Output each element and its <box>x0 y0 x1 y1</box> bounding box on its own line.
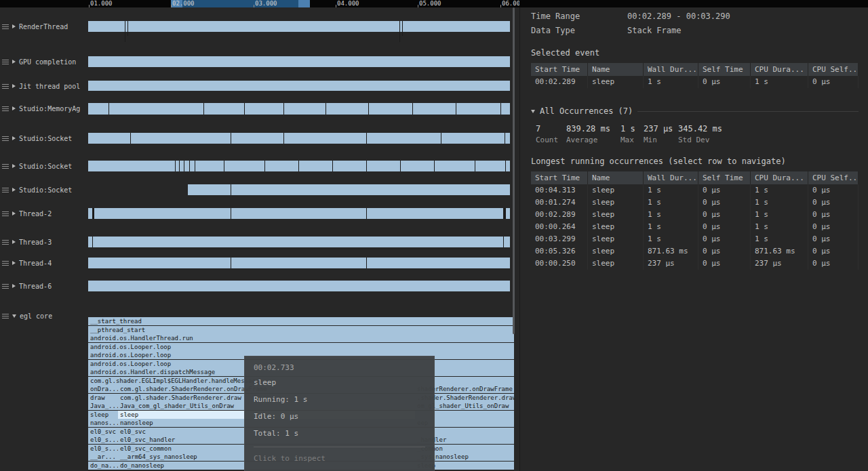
collapse-arrow-icon[interactable] <box>531 110 535 113</box>
flame-frame[interactable]: el0_svc <box>88 428 121 436</box>
flame-frame[interactable]: Java_... <box>88 402 121 410</box>
stat-label: Max <box>620 136 644 144</box>
expand-arrow-icon[interactable] <box>12 136 16 140</box>
event-mark <box>505 161 506 171</box>
thread-row-egl-core[interactable]: egl_core <box>0 310 89 321</box>
drag-handle-icon[interactable] <box>2 188 9 192</box>
flame-frame[interactable]: __ar... <box>88 453 121 461</box>
thread-row-studio-socket-3[interactable]: Studio:Socket <box>0 184 89 195</box>
expand-arrow-icon[interactable] <box>12 240 16 244</box>
track-renderthread[interactable] <box>88 21 510 32</box>
column-header-name[interactable]: Name <box>588 171 644 184</box>
event-mark <box>399 21 400 42</box>
cell-cpu-self: 0 µs <box>808 197 859 209</box>
track-thread-4[interactable] <box>88 258 510 268</box>
column-header-cpu-duration[interactable]: CPU Dura... <box>751 63 808 76</box>
column-header-cpu-duration[interactable]: CPU Dura... <box>751 171 808 184</box>
stat-label: Count <box>536 136 566 144</box>
column-header-start-time[interactable]: Start Time <box>531 63 588 76</box>
expand-arrow-icon[interactable] <box>12 261 16 265</box>
track-thread-3[interactable] <box>88 237 510 247</box>
flame-frame[interactable]: nanos... <box>88 419 121 427</box>
column-header-cpu-self[interactable]: CPU Self... <box>808 171 859 184</box>
column-header-wall-duration[interactable]: Wall Dur... <box>644 63 698 76</box>
expand-arrow-icon[interactable] <box>12 284 16 288</box>
thread-row-thread-3[interactable]: Thread-3 <box>0 237 89 247</box>
track-studio-memoryag[interactable] <box>88 103 510 115</box>
thread-row-thread-4[interactable]: Thread-4 <box>0 258 89 268</box>
cell-name: sleep <box>588 197 644 209</box>
thread-row-gpu-completion[interactable]: GPU completion <box>0 56 89 67</box>
cell-name: sleep <box>588 209 644 221</box>
cell-start-time: 00:02.289 <box>531 76 588 88</box>
table-row[interactable]: 00:00.250 sleep 237 µs 0 µs 237 µs 0 µs <box>531 258 859 270</box>
ruler-tick <box>418 5 418 7</box>
table-row[interactable]: 00:03.299 sleep 1 s 0 µs 1 s 0 µs <box>531 233 859 245</box>
thread-row-thread-2[interactable]: Thread-2 <box>0 208 89 219</box>
selection-handle-right[interactable] <box>298 0 310 7</box>
vertical-scrollbar[interactable] <box>513 7 515 334</box>
thread-row-thread-6[interactable]: Thread-6 <box>0 281 89 291</box>
thread-row-studio-socket-1[interactable]: Studio:Socket <box>0 133 89 144</box>
table-row[interactable]: 00:01.274 sleep 1 s 0 µs 1 s 0 µs <box>531 197 859 209</box>
flame-frame[interactable]: el0_s... <box>88 436 121 444</box>
drag-handle-icon[interactable] <box>2 164 9 169</box>
table-row[interactable]: 00:02.289 sleep 1 s 0 µs 1 s 0 µs <box>531 209 859 221</box>
expand-arrow-icon[interactable] <box>12 60 16 64</box>
expand-arrow-icon[interactable] <box>12 164 16 168</box>
column-header-self-time[interactable]: Self Time <box>698 171 751 184</box>
flame-frame[interactable]: android.os.Looper.loop <box>88 343 514 351</box>
flame-frame[interactable]: draw <box>88 394 121 402</box>
thread-row-jit-thread-pool[interactable]: Jit thread pool <box>0 81 89 91</box>
drag-handle-icon[interactable] <box>2 284 9 289</box>
expand-arrow-icon[interactable] <box>12 106 16 110</box>
drag-handle-icon[interactable] <box>2 84 9 89</box>
drag-handle-icon[interactable] <box>2 60 9 64</box>
selected-event-table: Start Time Name Wall Dur... Self Time CP… <box>531 63 859 88</box>
flame-frame[interactable]: el0_s... <box>88 445 121 453</box>
table-row[interactable]: 00:00.264 sleep 1 s 0 µs 1 s 0 µs <box>531 221 859 233</box>
section-divider <box>637 111 859 112</box>
flame-frame[interactable]: do_na... <box>88 462 121 470</box>
drag-handle-icon[interactable] <box>2 261 9 266</box>
expand-arrow-icon[interactable] <box>12 24 16 28</box>
flame-frame[interactable]: __start_thread <box>88 317 514 325</box>
thread-row-studio-memoryag[interactable]: Studio:MemoryAg <box>0 103 89 114</box>
track-jit-thread-pool[interactable] <box>88 81 510 91</box>
column-header-name[interactable]: Name <box>588 63 644 76</box>
column-header-cpu-self[interactable]: CPU Self... <box>808 63 859 76</box>
thread-row-renderthread[interactable]: RenderThread <box>0 21 89 32</box>
column-header-start-time[interactable]: Start Time <box>531 171 588 184</box>
thread-name: Thread-4 <box>19 260 52 267</box>
table-row[interactable]: 00:04.313 sleep 1 s 0 µs 1 s 0 µs <box>531 184 859 197</box>
expand-arrow-icon[interactable] <box>12 188 16 192</box>
cpu-profiler-window: 01.000 02.000 03.000 04.000 05.000 06.00… <box>0 0 868 471</box>
track-gpu-completion[interactable] <box>88 56 510 67</box>
flame-frame[interactable]: android.os.HandlerThread.run <box>88 334 514 342</box>
table-row[interactable]: 00:02.289 sleep 1 s 0 µs 1 s 0 µs <box>531 76 859 88</box>
flame-frame[interactable]: sleep <box>88 411 121 419</box>
track-thread-6[interactable] <box>88 281 510 291</box>
drag-handle-icon[interactable] <box>2 106 9 111</box>
drag-handle-icon[interactable] <box>2 24 9 29</box>
track-studio-socket-1[interactable] <box>88 133 510 144</box>
timeline-ruler[interactable]: 01.000 02.000 03.000 04.000 05.000 06.00… <box>0 0 868 7</box>
collapse-arrow-icon[interactable] <box>12 314 16 318</box>
thread-row-studio-socket-2[interactable]: Studio:Socket <box>0 161 89 171</box>
all-occurrences-toggle[interactable]: All Occurrences (7) <box>531 106 859 116</box>
drag-handle-icon[interactable] <box>2 211 9 216</box>
expand-arrow-icon[interactable] <box>12 84 16 88</box>
table-row[interactable]: 00:05.326 sleep 871.63 ms 0 µs 871.63 ms… <box>531 245 859 258</box>
track-studio-socket-2[interactable] <box>88 161 510 171</box>
track-thread-2[interactable] <box>88 208 510 219</box>
column-header-self-time[interactable]: Self Time <box>698 63 751 76</box>
drag-handle-icon[interactable] <box>2 314 9 319</box>
flame-frame[interactable]: onDra... <box>88 385 121 393</box>
flame-frame[interactable]: __pthread_start <box>88 326 514 334</box>
track-studio-socket-3[interactable] <box>188 184 510 195</box>
ruler-track[interactable]: 01.000 02.000 03.000 04.000 05.000 06.00… <box>0 0 519 7</box>
column-header-wall-duration[interactable]: Wall Dur... <box>644 171 698 184</box>
drag-handle-icon[interactable] <box>2 240 9 245</box>
drag-handle-icon[interactable] <box>2 136 9 141</box>
expand-arrow-icon[interactable] <box>12 211 16 216</box>
